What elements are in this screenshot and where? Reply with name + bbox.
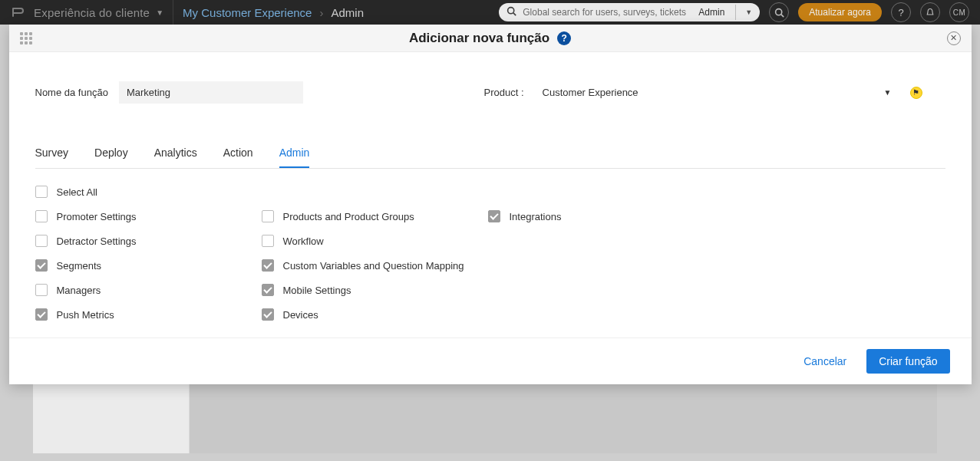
tab-survey[interactable]: Survey: [35, 139, 69, 168]
check-label: Managers: [57, 285, 101, 296]
chevron-down-icon: ▼: [884, 88, 892, 97]
checkbox[interactable]: [262, 210, 274, 222]
checkbox[interactable]: [262, 284, 274, 296]
check-promoter[interactable]: Promoter Settings: [35, 210, 262, 222]
create-role-button[interactable]: Criar função: [866, 349, 949, 374]
check-detractor[interactable]: Detractor Settings: [35, 235, 262, 247]
add-role-modal: Adicionar nova função ? ✕ Nome da função…: [9, 25, 972, 384]
tab-admin[interactable]: Admin: [279, 139, 310, 168]
role-name-label: Nome da função: [35, 87, 108, 98]
check-label: Promoter Settings: [57, 211, 137, 222]
product-select[interactable]: Customer Experience ▼: [543, 87, 892, 98]
cancel-button[interactable]: Cancelar: [803, 355, 846, 367]
modal-header: Adicionar nova função ? ✕: [9, 25, 972, 52]
check-label: Push Metrics: [57, 309, 114, 321]
check-custom-variables[interactable]: Custom Variables and Question Mapping: [262, 259, 488, 272]
modal-title: Adicionar nova função: [409, 31, 549, 46]
check-managers[interactable]: Managers: [35, 284, 262, 296]
modal-overlay: Adicionar nova função ? ✕ Nome da função…: [0, 0, 980, 461]
check-devices[interactable]: Devices: [262, 308, 488, 321]
check-label: Custom Variables and Question Mapping: [283, 260, 464, 272]
check-label: Products and Product Groups: [283, 211, 414, 222]
check-label: Detractor Settings: [57, 235, 137, 247]
checkbox[interactable]: [262, 308, 274, 321]
check-integrations[interactable]: Integrations: [488, 210, 714, 222]
check-workflow[interactable]: Workflow: [262, 235, 488, 247]
checkbox[interactable]: [488, 210, 500, 222]
check-label: Select All: [57, 186, 97, 198]
permissions-grid: Select All Promoter Settings Products an…: [9, 169, 972, 338]
tab-analytics[interactable]: Analytics: [154, 139, 197, 168]
product-value: Customer Experience: [543, 87, 638, 98]
check-select-all[interactable]: Select All: [35, 186, 714, 198]
help-icon[interactable]: ?: [557, 31, 571, 45]
check-label: Mobile Settings: [283, 285, 351, 296]
check-label: Integrations: [510, 211, 562, 222]
check-products[interactable]: Products and Product Groups: [262, 210, 488, 222]
checkbox[interactable]: [35, 186, 48, 198]
tab-deploy[interactable]: Deploy: [94, 139, 128, 168]
checkbox[interactable]: [35, 284, 48, 296]
checkbox[interactable]: [35, 210, 48, 222]
checkbox[interactable]: [262, 235, 274, 247]
check-label: Segments: [57, 260, 102, 272]
check-label: Workflow: [283, 235, 324, 247]
check-push-metrics[interactable]: Push Metrics: [35, 308, 262, 321]
checkbox[interactable]: [35, 308, 48, 321]
info-badge-icon[interactable]: ⚑: [910, 87, 922, 99]
check-segments[interactable]: Segments: [35, 259, 262, 272]
product-label: Product :: [484, 87, 524, 98]
checkbox[interactable]: [35, 235, 48, 247]
check-mobile[interactable]: Mobile Settings: [262, 284, 488, 296]
drag-handle-icon[interactable]: [20, 32, 32, 44]
role-name-input[interactable]: [119, 81, 303, 104]
modal-footer: Cancelar Criar função: [9, 338, 972, 384]
modal-tabs: Survey Deploy Analytics Action Admin: [35, 139, 945, 169]
check-label: Devices: [283, 309, 318, 321]
checkbox[interactable]: [35, 259, 48, 272]
checkbox[interactable]: [262, 259, 274, 272]
tab-action[interactable]: Action: [223, 139, 253, 168]
close-icon[interactable]: ✕: [947, 31, 961, 45]
